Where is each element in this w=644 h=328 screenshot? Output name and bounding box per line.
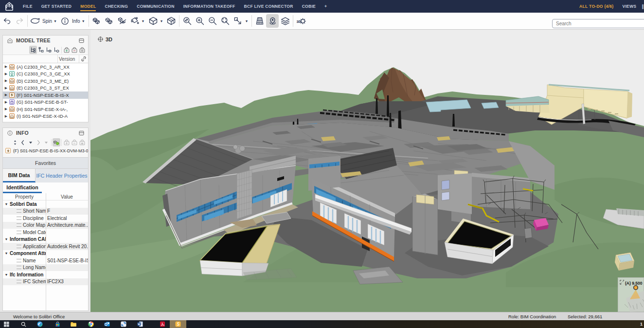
section-box-icon[interactable]: [165, 14, 178, 28]
menu-views[interactable]: VIEWS: [618, 0, 641, 13]
menu-model[interactable]: MODEL: [76, 0, 100, 13]
version-column-label[interactable]: Version: [58, 55, 79, 63]
tree-item[interactable]: ▶ (E) C2303_PC_3_ST_EX: [3, 85, 88, 92]
zoom-selection-icon[interactable]: [219, 14, 232, 28]
remove-model-icon[interactable]: [71, 46, 78, 54]
panel-layout-icon[interactable]: [77, 129, 85, 137]
box-selection-icon[interactable]: [147, 14, 160, 28]
paint-icon[interactable]: [128, 14, 141, 28]
tree-item[interactable]: ▶ (C) C2303_PC_3_GE_XX: [3, 71, 88, 78]
menu-bcf-live-connector[interactable]: BCF LIVE CONNECTOR: [240, 0, 298, 13]
link-column-icon[interactable]: [79, 56, 88, 62]
info-icon: [6, 129, 14, 137]
3d-viewport[interactable]: 3D (A) 9.500: [90, 30, 644, 312]
show-hide-related-icon[interactable]: [116, 14, 128, 28]
tree-item[interactable]: ▶ (G) S01-NSP-ESE-B-ST-: [3, 99, 88, 106]
floor-plan-icon[interactable]: [253, 14, 266, 28]
dropdown-caret-icon[interactable]: ▼: [160, 19, 165, 23]
tree-item[interactable]: ▶ (I) S01-NSP-ESE-X-ID-A: [3, 113, 88, 120]
menu-get-started[interactable]: GET STARTED: [37, 0, 76, 13]
tab-ifc-header-properties[interactable]: IFC Header Properties: [36, 169, 88, 182]
menu-communication[interactable]: COMMUNICATION: [132, 0, 179, 13]
zoom-extents-icon[interactable]: [181, 14, 194, 28]
taskbar-chrome-icon[interactable]: [85, 320, 97, 328]
dropdown-caret-icon[interactable]: ▼: [141, 19, 147, 23]
model-info-icon[interactable]: [78, 46, 86, 54]
taskbar-acrobat-icon[interactable]: [157, 320, 168, 328]
menu--[interactable]: +: [320, 0, 331, 13]
collapse-arrow-icon: ▼: [3, 202, 10, 206]
taskbar-store-icon[interactable]: [52, 320, 63, 328]
value-column-label[interactable]: Value: [46, 194, 88, 200]
subtab-identification[interactable]: Identification: [3, 182, 42, 193]
expand-arrow-icon[interactable]: ▶: [3, 93, 9, 97]
forward-icon[interactable]: [35, 138, 42, 146]
redo-icon[interactable]: [13, 14, 26, 28]
menu-file[interactable]: FILE: [18, 0, 37, 13]
tab-bim-data[interactable]: BIM Data: [3, 169, 36, 182]
tree-containment-icon[interactable]: [53, 46, 60, 54]
menu-all-to-do-4-6-[interactable]: ALL TO-DO (4/6): [575, 0, 618, 13]
pick-select-icon[interactable]: [232, 14, 244, 28]
expand-arrow-icon[interactable]: ▶: [3, 114, 9, 118]
info-panel: INFO (F) S01-NSP-ESE-B-IS-XX-DVM-M3-00..…: [2, 128, 89, 311]
taskbar-word-icon[interactable]: [134, 320, 146, 328]
zoom-out-icon[interactable]: [206, 14, 219, 28]
expand-arrow-icon[interactable]: ▶: [3, 86, 9, 90]
expand-arrow-icon[interactable]: ▶: [3, 79, 9, 83]
back-icon[interactable]: [19, 138, 27, 146]
column-divider[interactable]: [46, 193, 46, 311]
info-icon[interactable]: [59, 14, 72, 28]
basket-add-icon[interactable]: [63, 138, 71, 146]
taskbar-outlook-icon[interactable]: [101, 320, 113, 328]
taskbar-edge-icon[interactable]: [34, 320, 46, 328]
expand-arrow-icon[interactable]: ▶: [3, 72, 9, 76]
toolbar-info-label[interactable]: Info: [72, 18, 81, 24]
spin-icon[interactable]: [29, 14, 42, 28]
property-column-label[interactable]: Property: [3, 194, 46, 200]
panel-layout-icon[interactable]: [77, 36, 85, 45]
expand-arrow-icon[interactable]: ▶: [3, 107, 9, 111]
taskbar-start-icon[interactable]: [0, 320, 12, 328]
sort-icon[interactable]: [11, 138, 19, 146]
zoom-in-icon[interactable]: [194, 14, 206, 28]
history-dropdown-icon[interactable]: [27, 138, 35, 146]
tree-hierarchy-icon[interactable]: [29, 46, 37, 54]
menu-checking[interactable]: CHECKING: [100, 0, 132, 13]
favorites-bar[interactable]: Favorites: [3, 157, 88, 169]
dropdown-caret-icon[interactable]: ▼: [244, 19, 250, 23]
locate-icon[interactable]: [266, 14, 279, 28]
expand-arrow-icon[interactable]: ▶: [3, 65, 9, 69]
tree-item[interactable]: ▶ (D) C2303_PC_3_ME_E): [3, 77, 88, 85]
tree-flat-icon[interactable]: [37, 46, 45, 54]
forward-dropdown-icon[interactable]: [42, 138, 50, 146]
taskbar-search-icon[interactable]: [18, 320, 29, 328]
show-components-icon[interactable]: [90, 14, 103, 28]
toolbar-spin-label[interactable]: Spin: [42, 18, 53, 24]
basket-set-icon[interactable]: [78, 138, 86, 146]
dropdown-caret-icon[interactable]: ▼: [53, 19, 59, 23]
tree-item[interactable]: ▶ (A) C2303_PC_3_AR_XX: [3, 63, 88, 71]
menu-cobie[interactable]: COBIE: [298, 0, 320, 13]
expand-arrow-icon[interactable]: ▶: [3, 100, 9, 104]
menu-information-takeoff[interactable]: INFORMATION TAKEOFF: [179, 0, 240, 13]
tree-item[interactable]: ▶ (F) S01-NSP-ESE-B-IS-X: [3, 91, 88, 99]
minimap-overlay[interactable]: (A) 9.500: [618, 277, 644, 312]
tree-layers-icon[interactable]: [45, 46, 53, 54]
taskbar-solibri-icon[interactable]: [170, 320, 186, 328]
pick-info-icon[interactable]: [53, 138, 60, 146]
search-input[interactable]: [552, 19, 644, 28]
dropdown-caret-icon[interactable]: ▼: [81, 19, 87, 23]
taskbar-explorer-icon[interactable]: [68, 320, 79, 328]
tree-item[interactable]: ▶ (H) S01-NSP-ESE-X-IA-,: [3, 106, 88, 113]
basket-remove-icon[interactable]: [71, 138, 78, 146]
hide-components-icon[interactable]: [103, 14, 116, 28]
3d-settings-icon[interactable]: 3D: [295, 14, 307, 28]
taskbar-photos-icon[interactable]: [118, 320, 129, 328]
undo-icon[interactable]: [0, 14, 13, 28]
electrical-item-icon: [5, 148, 11, 153]
add-model-icon[interactable]: [63, 46, 71, 54]
building-purple-icon: [9, 99, 15, 105]
layers-icon[interactable]: [279, 14, 291, 28]
solibri-logo-icon[interactable]: [0, 1, 18, 12]
